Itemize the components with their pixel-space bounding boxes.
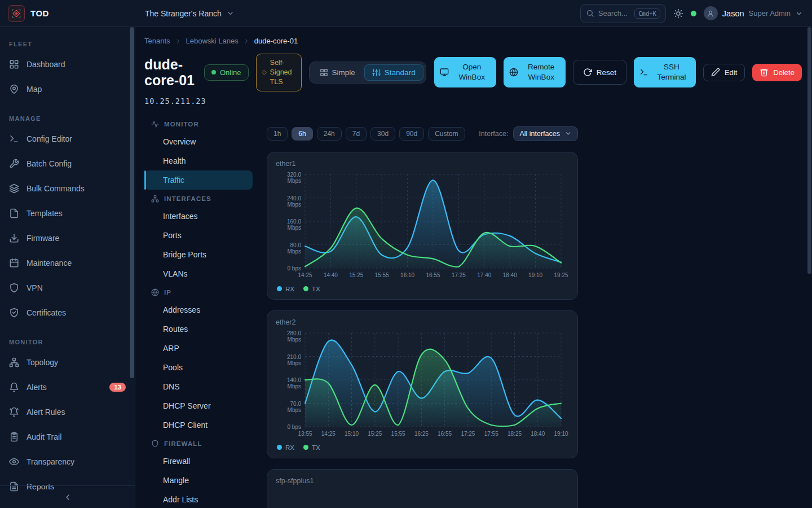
chevron-down-icon [795, 10, 803, 17]
layers-icon [9, 183, 19, 194]
device-subnav: MONITOROverviewHealthTraffic INTERFACESI… [144, 115, 264, 508]
subnav-item-bridge-ports[interactable]: Bridge Ports [144, 245, 253, 264]
subnav-item-pools[interactable]: Pools [144, 358, 253, 377]
clipboard-icon [9, 432, 19, 442]
traffic-chart-svg: 0 bps70.0Mbps140.0Mbps210.0Mbps280.0Mbps… [276, 327, 569, 441]
subnav-section-label: MONITOR [144, 115, 264, 132]
svg-text:14:40: 14:40 [324, 272, 338, 278]
time-range-24h[interactable]: 24h [317, 127, 342, 141]
sidebar-item-dashboard[interactable]: Dashboard [0, 52, 135, 77]
svg-text:Mbps: Mbps [288, 360, 301, 366]
time-range-group: 1h6h24h7d30d90dCustom [267, 127, 465, 141]
search-input[interactable]: Search... Cmd+K [580, 4, 666, 23]
subnav-item-traffic[interactable]: Traffic [144, 170, 253, 190]
svg-text:17:55: 17:55 [484, 431, 498, 437]
sidebar-item-maintenance[interactable]: Maintenance [0, 251, 135, 275]
chart-interface-title: ether2 [276, 318, 569, 326]
edit-button[interactable]: Edit [703, 64, 745, 81]
time-range-custom[interactable]: Custom [428, 127, 465, 141]
download-icon [9, 233, 19, 243]
subnav-item-routes[interactable]: Routes [144, 319, 253, 339]
connection-status-dot [691, 11, 696, 16]
time-range-30d[interactable]: 30d [370, 127, 395, 141]
svg-text:13:55: 13:55 [298, 431, 312, 437]
sidebar-section-label: MONITOR [0, 339, 135, 345]
tenant-selector[interactable]: The Stranger's Ranch [135, 9, 235, 18]
topbar-right: Search... Cmd+K Jason Super Admin [580, 4, 812, 23]
grid-icon [9, 59, 19, 69]
view-mode-simple[interactable]: Simple [312, 64, 363, 81]
sidebar-section-fleet: FLEET Dashboard Map [0, 41, 135, 102]
time-range-90d[interactable]: 90d [399, 127, 424, 141]
subnav-item-vlans[interactable]: VLANs [144, 264, 253, 283]
legend-rx: RX [277, 286, 294, 292]
bell-ring-icon [9, 407, 19, 417]
sidebar-item-vpn[interactable]: VPN [0, 275, 135, 300]
sidebar-item-transparency[interactable]: Transparency [0, 449, 135, 474]
svg-text:Mbps: Mbps [288, 336, 301, 343]
svg-text:Mbps: Mbps [288, 178, 301, 184]
svg-text:140.0: 140.0 [287, 377, 301, 383]
subnav-item-firewall[interactable]: Firewall [144, 452, 253, 471]
sidebar-item-config-editor[interactable]: Config Editor [0, 126, 135, 151]
sidebar-section-manage: MANAGE Config Editor Batch Config Bulk C… [0, 115, 135, 325]
svg-text:0 bps: 0 bps [288, 424, 301, 430]
activity-icon [151, 120, 159, 128]
theme-toggle-button[interactable] [673, 8, 683, 19]
subnav-item-addr-lists[interactable]: Addr Lists [144, 490, 253, 508]
sidebar-nav: FLEET Dashboard Map MANAGE Config Editor… [0, 41, 135, 499]
app-logo[interactable]: TOD [0, 5, 135, 22]
chevron-down-icon [564, 130, 572, 137]
svg-text:15:55: 15:55 [375, 272, 389, 278]
sidebar-item-templates[interactable]: Templates [0, 201, 135, 226]
breadcrumb-item[interactable]: Tenants [144, 37, 170, 45]
time-range-7d[interactable]: 7d [346, 127, 367, 141]
sidebar-item-batch-config[interactable]: Batch Config [0, 151, 135, 176]
breadcrumb-item[interactable]: dude-core-01 [254, 37, 298, 45]
sidebar-item-firmware[interactable]: Firmware [0, 226, 135, 251]
search-placeholder: Search... [598, 9, 630, 17]
subnav-item-health[interactable]: Health [144, 151, 253, 170]
sidebar-item-alerts[interactable]: Alerts 13 [0, 375, 135, 400]
sidebar-item-topology[interactable]: Topology [0, 350, 135, 375]
subnav-item-interfaces[interactable]: Interfaces [144, 207, 253, 226]
subnav-item-ports[interactable]: Ports [144, 226, 253, 245]
subnav-item-mangle[interactable]: Mangle [144, 471, 253, 490]
svg-text:18:40: 18:40 [531, 431, 545, 437]
sidebar-item-alert-rules[interactable]: Alert Rules [0, 400, 135, 424]
sidebar-collapse-button[interactable] [0, 485, 135, 508]
remote-winbox-button[interactable]: Remote WinBox [504, 57, 566, 87]
subnav-item-overview[interactable]: Overview [144, 132, 253, 151]
status-badge: Online [204, 64, 249, 81]
sidebar-item-certificates[interactable]: Certificates [0, 300, 135, 325]
subnav-section-label: INTERFACES [144, 190, 264, 207]
svg-text:19:25: 19:25 [554, 272, 568, 278]
network-icon [151, 195, 159, 203]
breadcrumb-item[interactable]: Lebowski Lanes [186, 37, 239, 45]
avatar [704, 6, 718, 20]
user-role: Super Admin [749, 9, 791, 17]
reset-button[interactable]: Reset [573, 60, 626, 85]
subnav-item-addresses[interactable]: Addresses [144, 300, 253, 319]
user-menu[interactable]: Jason Super Admin [704, 6, 803, 20]
subnav-section-label: FIREWALL [144, 435, 264, 452]
subnav-item-dns[interactable]: DNS [144, 377, 253, 396]
svg-text:19:10: 19:10 [528, 272, 542, 278]
open-winbox-button[interactable]: Open WinBox [434, 57, 496, 87]
ssh-terminal-button[interactable]: SSH Terminal [634, 57, 696, 87]
chart-card-ether2: ether2 0 bps70.0Mbps140.0Mbps210.0Mbps28… [267, 310, 578, 458]
subnav-item-dhcp-server[interactable]: DHCP Server [144, 396, 253, 415]
sidebar-item-map[interactable]: Map [0, 77, 135, 102]
sidebar-item-audit-trail[interactable]: Audit Trail [0, 424, 135, 449]
time-range-6h[interactable]: 6h [292, 127, 312, 141]
view-mode-standard[interactable]: Standard [364, 64, 423, 81]
window-scrollbar-thumb[interactable] [807, 27, 811, 274]
sidebar-item-bulk-commands[interactable]: Bulk Commands [0, 176, 135, 201]
delete-button[interactable]: Delete [752, 64, 802, 81]
subnav-item-arp[interactable]: ARP [144, 339, 253, 358]
subnav-item-dhcp-client[interactable]: DHCP Client [144, 415, 253, 435]
sidebar-scrollbar-thumb[interactable] [130, 27, 134, 378]
interface-select[interactable]: All interfaces [513, 126, 578, 141]
device-ip: 10.25.211.23 [144, 97, 812, 106]
time-range-1h[interactable]: 1h [267, 127, 288, 141]
